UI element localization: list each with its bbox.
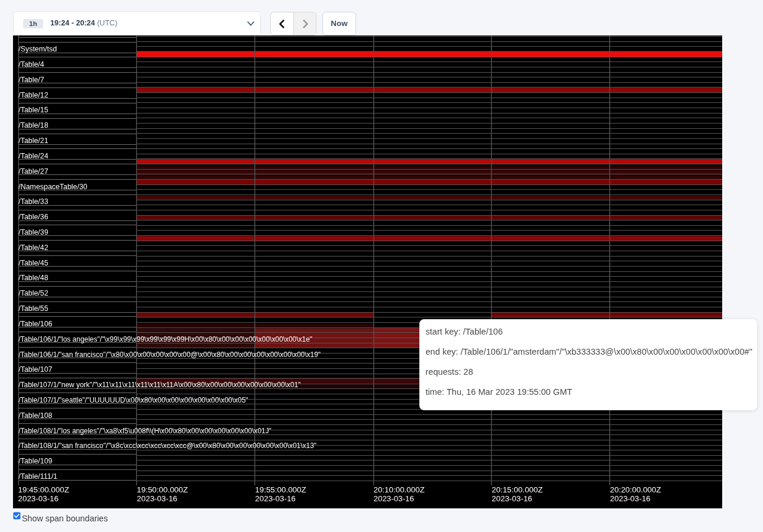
svg-text:/Table/33: /Table/33 [18,197,48,206]
svg-text:/Table/45: /Table/45 [18,259,48,267]
svg-text:/Table/108/1/"san francisco"/": /Table/108/1/"san francisco"/"\x8c\xcc\x… [18,442,316,450]
svg-text:/Table/52: /Table/52 [18,289,48,297]
svg-text:/Table/24: /Table/24 [18,152,48,160]
svg-text:20:20:00.000Z: 20:20:00.000Z [610,485,661,494]
svg-text:/Table/18: /Table/18 [18,121,48,129]
svg-text:/Table/4: /Table/4 [18,60,44,69]
svg-text:/System/tsd: /System/tsd [18,45,57,53]
svg-text:/Table/108: /Table/108 [18,411,52,420]
svg-text:/Table/39: /Table/39 [18,228,48,236]
svg-text:/Table/106: /Table/106 [18,320,52,328]
svg-text:/Table/48: /Table/48 [18,274,48,282]
svg-text:19:50:00.000Z: 19:50:00.000Z [137,485,187,494]
svg-text:/Table/12: /Table/12 [18,91,48,99]
svg-text:/Table/7: /Table/7 [18,76,44,84]
svg-text:2023-03-16: 2023-03-16 [255,494,296,503]
svg-text:/Table/36: /Table/36 [18,213,48,221]
svg-text:/Table/108/1/"los angeles"/"\x: /Table/108/1/"los angeles"/"\xa8\xf5\u00… [18,427,271,435]
svg-text:2023-03-16: 2023-03-16 [18,494,59,503]
svg-text:/Table/109: /Table/109 [18,457,52,465]
svg-text:19:55:00.000Z: 19:55:00.000Z [255,485,306,494]
svg-text:2023-03-16: 2023-03-16 [492,494,532,503]
svg-text:/Table/21: /Table/21 [18,137,48,145]
svg-text:/Table/106/1/"san francisco"/": /Table/106/1/"san francisco"/"\x80\x00\x… [18,351,321,359]
svg-text:2023-03-16: 2023-03-16 [374,494,415,503]
svg-text:20:10:00.000Z: 20:10:00.000Z [374,485,425,494]
svg-text:/Table/107/1/"new york"/"\x11\: /Table/107/1/"new york"/"\x11\x11\x11\x1… [18,381,300,389]
svg-text:/Table/106/1/"los angeles"/"\x: /Table/106/1/"los angeles"/"\x99\x99\x99… [18,335,312,343]
svg-text:/Table/111/1: /Table/111/1 [18,472,57,481]
svg-text:19:45:00.000Z: 19:45:00.000Z [18,485,69,494]
svg-text:2023-03-16: 2023-03-16 [610,494,651,503]
svg-text:/Table/15: /Table/15 [18,106,48,114]
svg-text:/Table/55: /Table/55 [18,304,48,313]
svg-text:/NamespaceTable/30: /NamespaceTable/30 [18,183,88,191]
svg-text:/Table/42: /Table/42 [18,244,48,252]
svg-text:/Table/27: /Table/27 [18,167,48,176]
svg-text:2023-03-16: 2023-03-16 [137,494,177,503]
svg-text:/Table/107: /Table/107 [18,365,52,374]
svg-text:/Table/107/1/"seattle"/"UUUUUU: /Table/107/1/"seattle"/"UUUUUUD\x00\x80\… [18,396,248,404]
svg-text:20:15:00.000Z: 20:15:00.000Z [492,485,542,494]
